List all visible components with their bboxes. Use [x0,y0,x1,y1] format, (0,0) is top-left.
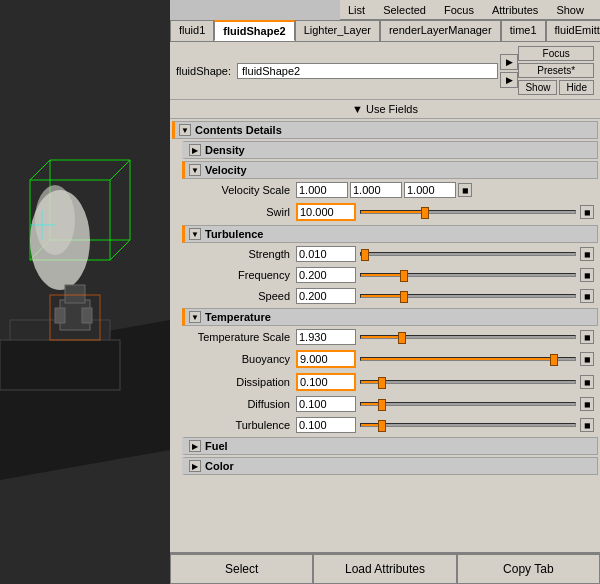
dissipation-end-btn[interactable]: ◼ [580,375,594,389]
menu-show[interactable]: Show [552,4,588,16]
velocity-scale-y-input[interactable] [350,182,402,198]
viewport-scene [0,0,170,584]
dissipation-label: Dissipation [176,376,296,388]
svg-line-2 [30,160,50,180]
temp-turbulence-input[interactable] [296,417,356,433]
toggle-velocity[interactable]: ▼ [189,164,201,176]
select-button[interactable]: Select [170,554,313,584]
buoyancy-end-btn[interactable]: ◼ [580,352,594,366]
content-area[interactable]: ▼ Contents Details ▶ Density ▼ Velocity … [170,119,600,552]
velocity-scale-row: Velocity Scale ◼ [172,180,598,200]
temp-scale-input[interactable] [296,329,356,345]
toggle-density[interactable]: ▶ [189,144,201,156]
temp-turbulence-label: Turbulence [176,419,296,431]
velocity-scale-x-input[interactable] [296,182,348,198]
diffusion-row: Diffusion ◼ [172,394,598,414]
tab-renderlayermanager[interactable]: renderLayerManager [380,20,501,41]
arrow-down-icon[interactable]: ▶ [500,72,518,88]
temp-turbulence-row: Turbulence ◼ [172,415,598,435]
velocity-title: Velocity [205,164,247,176]
svg-point-11 [35,185,75,255]
svg-line-3 [110,160,130,180]
temperature-title: Temperature [205,311,271,323]
section-contents-details[interactable]: ▼ Contents Details [172,121,598,139]
temp-scale-slider[interactable] [360,335,576,339]
temp-scale-end-btn[interactable]: ◼ [580,330,594,344]
buoyancy-slider[interactable] [360,357,576,361]
arrow-up-icon[interactable]: ▶ [500,54,518,70]
swirl-input[interactable] [296,203,356,221]
header-icons: ▶ ▶ [500,54,518,88]
dissipation-row: Dissipation ◼ [172,371,598,393]
frequency-input[interactable] [296,267,356,283]
tab-time1[interactable]: time1 [501,20,546,41]
menu-focus[interactable]: Focus [440,4,478,16]
speed-input[interactable] [296,288,356,304]
section-velocity[interactable]: ▼ Velocity [182,161,598,179]
frequency-end-btn[interactable]: ◼ [580,268,594,282]
section-density[interactable]: ▶ Density [182,141,598,159]
menu-selected[interactable]: Selected [379,4,430,16]
speed-slider[interactable] [360,294,576,298]
hide-button[interactable]: Hide [559,80,594,95]
fuel-title: Fuel [205,440,228,452]
strength-end-btn[interactable]: ◼ [580,247,594,261]
frequency-label: Frequency [176,269,296,281]
section-turbulence[interactable]: ▼ Turbulence [182,225,598,243]
frequency-slider[interactable] [360,273,576,277]
temp-turbulence-slider[interactable] [360,423,576,427]
focus-button[interactable]: Focus [518,46,594,61]
tab-fluidshape2[interactable]: fluidShape2 [214,20,294,41]
strength-slider[interactable] [360,252,576,256]
toggle-color[interactable]: ▶ [189,460,201,472]
strength-row: Strength ◼ [172,244,598,264]
swirl-label: Swirl [176,206,296,218]
toggle-temperature[interactable]: ▼ [189,311,201,323]
speed-label: Speed [176,290,296,302]
presets-button[interactable]: Presets* [518,63,594,78]
swirl-row: Swirl ◼ [172,201,598,223]
frequency-row: Frequency ◼ [172,265,598,285]
svg-rect-16 [55,308,65,323]
menu-attributes[interactable]: Attributes [488,4,542,16]
density-title: Density [205,144,245,156]
tab-bar: fluid1 fluidShape2 Lighter_Layer renderL… [170,20,600,42]
swirl-end-btn[interactable]: ◼ [580,205,594,219]
toggle-fuel[interactable]: ▶ [189,440,201,452]
load-attributes-button[interactable]: Load Attributes [313,554,456,584]
svg-rect-15 [65,285,85,303]
section-fuel[interactable]: ▶ Fuel [182,437,598,455]
color-title: Color [205,460,234,472]
tab-lighter-layer[interactable]: Lighter_Layer [295,20,380,41]
strength-input[interactable] [296,246,356,262]
menu-list[interactable]: List [344,4,369,16]
strength-label: Strength [176,248,296,260]
use-fields-row[interactable]: ▼ Use Fields [170,100,600,119]
buoyancy-label: Buoyancy [176,353,296,365]
diffusion-end-btn[interactable]: ◼ [580,397,594,411]
temp-turbulence-end-btn[interactable]: ◼ [580,418,594,432]
svg-line-5 [110,240,130,260]
buoyancy-input[interactable] [296,350,356,368]
section-color[interactable]: ▶ Color [182,457,598,475]
diffusion-input[interactable] [296,396,356,412]
svg-rect-17 [82,308,92,323]
copy-tab-button[interactable]: Copy Tab [457,554,600,584]
diffusion-slider[interactable] [360,402,576,406]
velocity-scale-end-btn[interactable]: ◼ [458,183,472,197]
speed-end-btn[interactable]: ◼ [580,289,594,303]
toggle-turbulence[interactable]: ▼ [189,228,201,240]
viewport [0,0,170,584]
show-button[interactable]: Show [518,80,557,95]
section-temperature[interactable]: ▼ Temperature [182,308,598,326]
dissipation-slider[interactable] [360,380,576,384]
tab-fluid1[interactable]: fluid1 [170,20,214,41]
temp-scale-row: Temperature Scale ◼ [172,327,598,347]
turbulence-title: Turbulence [205,228,263,240]
swirl-slider[interactable] [360,210,576,214]
fluid-shape-input[interactable] [237,63,498,79]
dissipation-input[interactable] [296,373,356,391]
tab-fluidemitter1[interactable]: fluidEmitter1 [546,20,600,41]
toggle-contents-details[interactable]: ▼ [179,124,191,136]
velocity-scale-z-input[interactable] [404,182,456,198]
